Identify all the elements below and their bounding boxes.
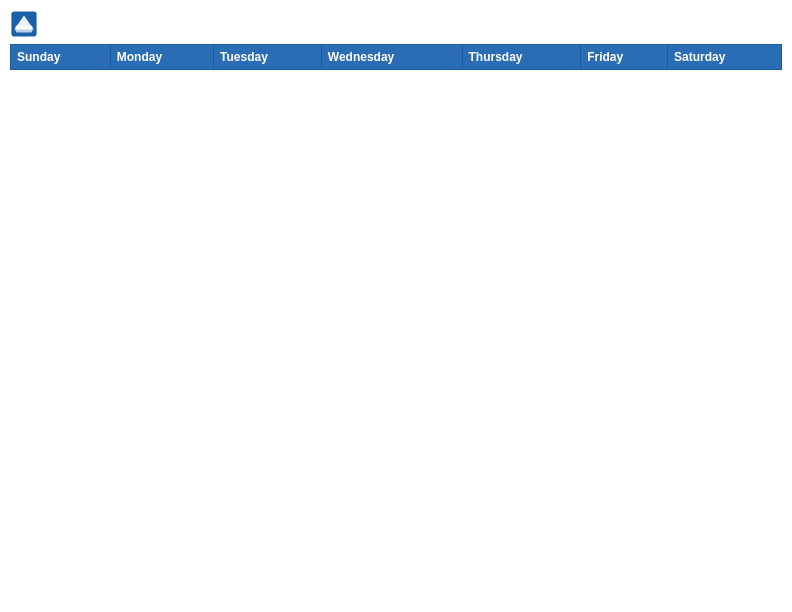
logo [10, 10, 42, 38]
svg-rect-2 [16, 25, 33, 32]
column-header-thursday: Thursday [462, 45, 581, 70]
calendar-header-row: SundayMondayTuesdayWednesdayThursdayFrid… [11, 45, 782, 70]
column-header-sunday: Sunday [11, 45, 111, 70]
calendar-table: SundayMondayTuesdayWednesdayThursdayFrid… [10, 44, 782, 70]
column-header-friday: Friday [581, 45, 668, 70]
column-header-saturday: Saturday [667, 45, 781, 70]
column-header-monday: Monday [110, 45, 213, 70]
column-header-wednesday: Wednesday [321, 45, 462, 70]
column-header-tuesday: Tuesday [214, 45, 322, 70]
logo-icon [10, 10, 38, 38]
page-header [10, 10, 782, 38]
